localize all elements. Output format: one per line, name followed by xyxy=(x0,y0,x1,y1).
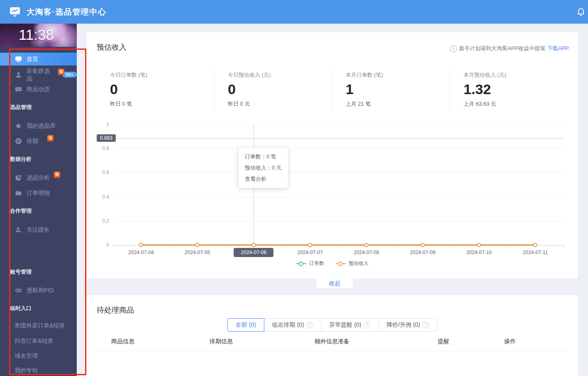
stat-value: 1 xyxy=(346,81,450,97)
tab-label: 全部 (0) xyxy=(236,321,256,329)
btick xyxy=(451,245,451,247)
stats-row: 今日订单数 (笔) 0 昨日 0 笔 今日预估收入 (元) 0 昨日 0 元 本… xyxy=(97,70,568,110)
stat-label: 本月预估收入 (元) xyxy=(464,71,568,79)
comment-icon xyxy=(15,86,22,93)
tab-all[interactable]: 全部 (0) xyxy=(227,318,264,332)
list-circle-icon xyxy=(15,138,22,145)
legend-marker-orange xyxy=(336,261,346,266)
sidebar-link-douyin-orders[interactable]: 抖音订单&结算 xyxy=(15,337,53,345)
stat-value: 0 xyxy=(228,81,332,97)
sidebar-section-data-analysis: 数据分析 xyxy=(10,155,32,163)
sidebar-item-label: 排期 xyxy=(27,138,38,145)
sidebar-item-schedule[interactable]: 排期 N xyxy=(0,135,77,148)
xlabel: 2024-07-10 xyxy=(454,250,504,255)
tooltip-view-analysis-link[interactable]: 查看分析 xyxy=(245,173,282,184)
user-icon xyxy=(15,71,22,78)
monitor-icon xyxy=(15,56,22,63)
tooltip-revenue: 预估收入：0 元 xyxy=(245,162,282,173)
xlabel: 2024-07-09 xyxy=(398,250,448,255)
help-icon[interactable]: ? xyxy=(364,322,371,328)
xlabel: 2024-07-05 xyxy=(173,250,222,255)
count-badge: 99+ xyxy=(62,72,77,78)
sidebar-section-account: 账号管理 xyxy=(10,268,32,276)
sidebar-item-follow-leaders[interactable]: 关注团长 xyxy=(0,223,77,236)
mline xyxy=(115,138,564,139)
download-app-link[interactable]: 下载APP xyxy=(547,45,569,52)
collapse-button[interactable]: 收起 xyxy=(317,279,353,288)
ytick: 0.4 xyxy=(97,194,109,200)
help-icon[interactable]: ? xyxy=(422,322,429,328)
legend-label: 预估收入 xyxy=(349,260,368,267)
tab-label: 异常提醒 (0) xyxy=(329,321,361,329)
btick xyxy=(395,245,395,247)
chart-legend: 订单数 预估收入 xyxy=(97,260,568,267)
sidebar-item-home[interactable]: 首页 xyxy=(0,53,77,65)
stat-value: 0 xyxy=(110,81,214,97)
ytick: 0.8 xyxy=(97,146,109,151)
pie-chart-icon xyxy=(15,174,22,181)
stat-sub: 昨日 0 元 xyxy=(228,100,332,108)
table-header-divider xyxy=(97,351,568,351)
sidebar-item-label: 选品分析 xyxy=(27,174,50,182)
new-badge: N xyxy=(47,135,54,141)
pending-table-header: 商品信息 排期信息 额外信息准备 提醒 操作 xyxy=(87,338,578,350)
tab-label: 降价/升佣 (0) xyxy=(387,321,420,329)
info-icon: i xyxy=(450,45,457,52)
column-schedule-info: 排期信息 xyxy=(210,338,233,345)
pending-tabs: 全部 (0) 临近排期 (0) ? 异常提醒 (0) ? 降价/升佣 (0) ? xyxy=(87,318,578,332)
btick xyxy=(338,245,339,247)
xlabel: 2024-07-11 xyxy=(510,250,560,255)
sidebar-link-meituan-orders[interactable]: 美团外卖订单&结算 xyxy=(15,322,65,330)
sidebar: 11:38 首页 采集群选品 N 99+ 商品动态 选品管理 我的选品库 排期 … xyxy=(0,24,77,376)
legend-orders[interactable]: 订单数 xyxy=(296,260,324,267)
sidebar-item-selection-analysis[interactable]: 选品分析 N xyxy=(0,171,77,184)
column-actions: 操作 xyxy=(504,338,516,345)
legend-revenue[interactable]: 预估收入 xyxy=(336,260,368,267)
sidebar-item-label: 授权和PID xyxy=(27,287,54,294)
stat-month-orders: 本月订单数 (笔) 1 上月 21 笔 xyxy=(332,70,450,110)
ytick: 1 xyxy=(97,121,109,127)
xlabel: 2024-07-08 xyxy=(342,250,391,255)
legend-label: 订单数 xyxy=(309,260,324,267)
tab-label: 临近排期 (0) xyxy=(272,321,304,329)
sidebar-item-collection-groups[interactable]: 采集群选品 N 99+ xyxy=(0,68,77,81)
pending-products-card: 待处理商品 全部 (0) 临近排期 (0) ? 异常提醒 (0) ? 降价/升佣… xyxy=(87,295,578,376)
star-icon xyxy=(15,122,22,129)
chart-tooltip: 订单数：0 笔 预估收入：0 元 查看分析 xyxy=(239,148,288,188)
revenue-card-title: 预估收入 xyxy=(97,42,127,52)
sidebar-item-label: 商品动态 xyxy=(27,86,50,93)
sidebar-item-my-library[interactable]: 我的选品库 xyxy=(0,119,77,132)
btick xyxy=(113,245,113,247)
sidebar-link-domain-management[interactable]: 域名管理 xyxy=(15,352,38,360)
tab-upcoming-schedule[interactable]: 临近排期 (0) ? xyxy=(264,318,322,332)
revenue-line-chart[interactable]: 订单数：0 笔 预估收入：0 元 查看分析 订单数 预估收入 00.20.40.… xyxy=(97,120,568,270)
help-icon[interactable]: ? xyxy=(307,322,313,328)
xlabel: 2024-07-07 xyxy=(285,250,335,255)
sidebar-item-authorization-pid[interactable]: 授权和PID xyxy=(0,284,77,297)
new-badge: N xyxy=(54,172,60,178)
grid xyxy=(113,148,564,149)
sidebar-item-label: 订单明细 xyxy=(27,189,50,197)
sidebar-item-label: 采集群选品 xyxy=(27,68,55,82)
notification-bell-icon[interactable] xyxy=(576,7,586,17)
sidebar-item-label: 我的选品库 xyxy=(27,122,56,130)
stat-sub: 昨日 0 笔 xyxy=(110,100,214,108)
link-infinity-icon xyxy=(15,287,22,294)
tab-price-drop-commission[interactable]: 降价/升佣 (0) ? xyxy=(378,318,438,332)
stat-label: 本月订单数 (笔) xyxy=(346,71,450,79)
column-extra-info: 额外信息准备 xyxy=(315,338,349,345)
sidebar-banner-image: 11:38 xyxy=(0,24,77,47)
sidebar-link-my-albums[interactable]: 我的专辑 xyxy=(15,367,38,374)
grid xyxy=(113,221,564,221)
sidebar-section-temp-entries: 临时入口 xyxy=(10,305,32,312)
mbadge: 0.883 xyxy=(97,134,116,142)
tab-abnormal-alerts[interactable]: 异常提醒 (0) ? xyxy=(321,318,379,332)
sidebar-item-order-details[interactable]: 订单明细 xyxy=(0,187,77,199)
app-logo-icon xyxy=(9,6,22,17)
sidebar-section-product-management: 选品管理 xyxy=(10,104,32,111)
legend-marker-green xyxy=(296,261,306,266)
newbie-notice: i 新手计划请到大淘客APP收益中提现 下载APP xyxy=(450,45,569,52)
sidebar-section-cooperation: 合作管理 xyxy=(10,207,32,215)
btick xyxy=(507,245,507,247)
sidebar-item-product-updates[interactable]: 商品动态 xyxy=(0,83,77,96)
